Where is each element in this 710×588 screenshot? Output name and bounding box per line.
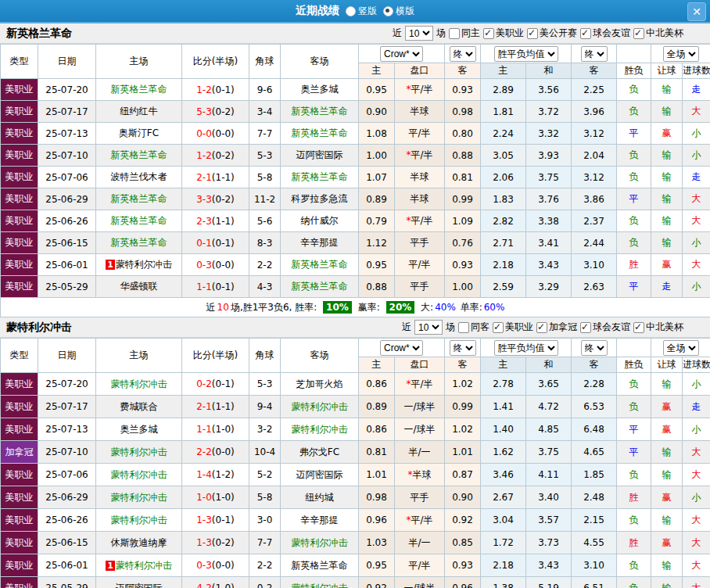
league-filter-4[interactable]: 中北美杯 [633, 321, 683, 334]
layout-horizontal-option[interactable]: 横版 [383, 5, 414, 18]
cell-home-team: 迈阿密国际 [96, 577, 182, 588]
cell-result-wdl: 平 [617, 418, 651, 441]
cell-corners: 5-2 [249, 464, 281, 486]
cell-handicap: *平/半 [395, 145, 445, 167]
cell-result-handicap: 赢 [651, 418, 683, 441]
match-row: 美职业25-07-20蒙特利尔冲击0-2(0-1)5-3芝加哥火焰0.86*平/… [1, 373, 710, 396]
final-odds-select[interactable]: 终 [450, 46, 476, 62]
cell-mean-home: 3.46 [481, 464, 526, 486]
cell-league-type: 美职业 [1, 464, 38, 486]
col-away: 客场 [281, 339, 359, 373]
same-venue-filter[interactable]: 同客 [458, 321, 489, 334]
mean-select-cell: 胜平负均值 [481, 45, 572, 63]
cell-odds-away: 0.98 [445, 101, 481, 123]
cell-home-team: 蒙特利尔冲击 [96, 373, 182, 396]
cell-away-team: 蒙特利尔冲击 [281, 418, 359, 441]
cell-score: 1-3(0-1) [182, 509, 249, 532]
checkbox-checked-icon[interactable] [633, 28, 644, 39]
cell-corners: 5-3 [249, 145, 281, 167]
cell-date: 25-07-17 [38, 396, 96, 418]
cell-result-wdl: 负 [617, 101, 651, 123]
cell-date: 25-06-26 [38, 210, 96, 232]
checkbox-checked-icon[interactable] [483, 28, 494, 39]
same-venue-filter[interactable]: 同主 [449, 27, 480, 40]
col-mean-home: 主 [481, 357, 526, 373]
cell-mean-away: 1.85 [572, 464, 617, 486]
cell-corners: 5-6 [249, 210, 281, 232]
cell-result-goals: 大 [683, 210, 710, 232]
checkbox-checked-icon[interactable] [633, 322, 644, 333]
cell-result-goals: 小 [683, 373, 710, 396]
scope-select[interactable]: 全场 [663, 340, 699, 356]
cell-result-handicap: 赢 [651, 123, 683, 145]
cell-odds-home: 1.01 [359, 464, 395, 486]
cell-corners: 3-0 [249, 509, 281, 532]
cell-result-goals: 走 [683, 396, 710, 418]
checkbox-checked-icon[interactable] [493, 322, 504, 333]
cell-score: 2-1(1-1) [182, 167, 249, 188]
mean-odds-select[interactable]: 胜平负均值 [494, 46, 558, 62]
checkbox-unchecked-icon[interactable] [449, 28, 460, 39]
league-filter-1[interactable]: 美职业 [493, 321, 533, 334]
col-odds-home: 主 [359, 63, 395, 79]
cell-away-team: 新英格兰革命 [281, 123, 359, 145]
cell-odds-away: 0.76 [445, 232, 481, 254]
company-select[interactable]: Crow* [380, 340, 423, 356]
league-label: 美公开赛 [540, 27, 577, 40]
cell-score: 0-2(0-1) [182, 373, 249, 396]
cell-result-goals: 走 [683, 79, 710, 101]
league-filter-3[interactable]: 球会友谊 [580, 321, 630, 334]
league-filter-4[interactable]: 中北美杯 [633, 27, 683, 40]
radio-checked-icon[interactable] [383, 6, 393, 16]
cell-score: 1-1(0-1) [182, 276, 249, 298]
cell-handicap: 一/球半 [395, 396, 445, 418]
close-button[interactable]: ✕ [687, 2, 706, 21]
league-filter-1[interactable]: 美职业 [483, 27, 524, 40]
radio-unchecked-icon[interactable] [346, 6, 356, 16]
match-count-select[interactable]: 10 [414, 320, 443, 335]
company-select[interactable]: Crow* [380, 46, 423, 62]
match-count-select[interactable]: 10 [405, 26, 433, 41]
cell-home-team: 休斯敦迪纳摩 [96, 532, 182, 554]
cell-home-team: 蒙特利尔冲击 [96, 486, 182, 509]
checkbox-unchecked-icon[interactable] [458, 322, 469, 333]
cell-league-type: 美职业 [1, 210, 38, 232]
cell-corners: 9-4 [249, 396, 281, 418]
cell-result-wdl: 负 [617, 554, 651, 577]
cell-league-type: 美职业 [1, 79, 38, 101]
cell-mean-draw: 4.85 [526, 418, 572, 441]
layout-vertical-option[interactable]: 竖版 [346, 5, 377, 18]
cell-result-wdl: 平 [617, 276, 651, 298]
cell-mean-draw: 3.65 [526, 373, 572, 396]
checkbox-checked-icon[interactable] [580, 28, 591, 39]
final-mean-select[interactable]: 终 [581, 340, 608, 356]
match-row: 美职业25-07-10新英格兰革命1-2(0-2)5-3迈阿密国际1.00*平/… [1, 145, 710, 167]
cell-result-goals: 大 [683, 254, 710, 276]
cell-league-type: 美职业 [1, 577, 38, 588]
cell-result-handicap: 输 [651, 441, 683, 464]
cell-date: 25-07-06 [38, 167, 96, 188]
cell-home-team: 费城联合 [96, 396, 182, 418]
cell-result-goals: 大 [683, 101, 710, 123]
scope-select[interactable]: 全场 [663, 46, 699, 62]
final-mean-select[interactable]: 终 [581, 46, 608, 62]
cell-result-goals: 大 [683, 188, 710, 210]
mean-odds-select[interactable]: 胜平负均值 [494, 340, 558, 356]
league-filter-2[interactable]: 加拿冠 [536, 321, 577, 334]
cell-date: 25-05-29 [38, 577, 96, 588]
cell-handicap: 平手 [395, 276, 445, 298]
final-odds-select[interactable]: 终 [450, 340, 476, 356]
match-row: 美职业25-06-011蒙特利尔冲击0-3(0-0)2-2新英格兰革命0.95平… [1, 254, 710, 276]
checkbox-checked-icon[interactable] [536, 322, 547, 333]
cell-date: 25-07-20 [38, 373, 96, 396]
cell-away-team: 蒙特利尔冲击 [281, 532, 359, 554]
league-label: 球会友谊 [593, 27, 630, 40]
league-filter-2[interactable]: 美公开赛 [527, 27, 577, 40]
match-row: 美职业25-07-13奥兰多城1-1(1-0)3-2蒙特利尔冲击0.86一/球半… [1, 418, 710, 441]
league-filter-3[interactable]: 球会友谊 [580, 27, 630, 40]
checkbox-checked-icon[interactable] [580, 322, 591, 333]
cell-date: 25-06-29 [38, 486, 96, 509]
cell-result-goals: 小 [683, 276, 710, 298]
checkbox-checked-icon[interactable] [527, 28, 538, 39]
cell-mean-draw: 4.11 [526, 464, 572, 486]
